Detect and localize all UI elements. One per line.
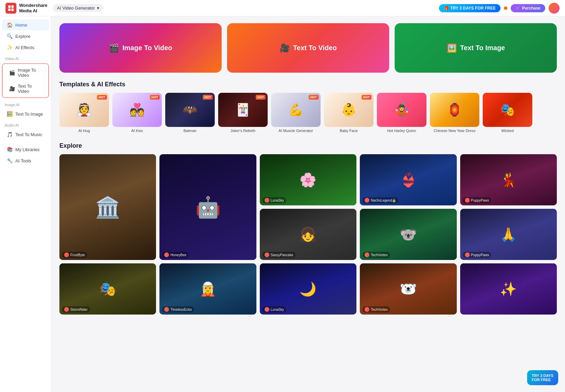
purchase-button[interactable]: 🛒 Purchase (511, 4, 545, 12)
template-img-hot-harley-quinn: 🤹 (377, 93, 426, 127)
card-username-lunasky: LunaSky (271, 199, 284, 202)
template-card-jokers-rebirth[interactable]: 🃏 HOT Joker's Rebirth (218, 93, 268, 133)
explore-card-sassypancake[interactable]: 👧 SassyPancake (260, 209, 356, 260)
sidebar-item-my-libraries[interactable]: 📚 My Libraries (2, 144, 49, 155)
explore-card-label-timelessecho: TimelessEcho (162, 306, 194, 313)
hero-label-tti: 🖼️ Text To Image (447, 43, 505, 53)
ai-effects-icon: ✨ (7, 45, 13, 50)
explore-icon: 🔍 (7, 33, 13, 39)
explore-card-label-lunasky2: LunaSky (263, 306, 286, 313)
template-name-chinese-new-year: Chinese New Year Dress (430, 129, 479, 133)
itv-icon: 🎬 (109, 43, 119, 53)
sidebar-item-text-to-music[interactable]: 🎵 Text To Music (2, 129, 49, 140)
sidebar-label-ai-effects: AI Effects (15, 45, 34, 50)
template-name-jokers-rebirth: Joker's Rebirth (218, 129, 268, 133)
svg-rect-2 (8, 9, 11, 11)
template-name-baby-face: Baby Face (324, 129, 373, 133)
template-img-baby-face: 👶 HOT (324, 93, 373, 127)
explore-card-lunasky2[interactable]: 🌙 LunaSky (260, 263, 356, 315)
template-card-ai-hug[interactable]: 👰 HOT AI Hug (59, 93, 109, 133)
sidebar-item-text-to-image[interactable]: 🖼️ Text To Image (2, 108, 49, 119)
template-card-baby-face[interactable]: 👶 HOT Baby Face (324, 93, 373, 133)
template-card-wicked[interactable]: 🎭 Wicked (483, 93, 532, 133)
sidebar-label-my-libraries: My Libraries (15, 147, 40, 152)
nav-generator-dropdown[interactable]: AI Video Generator ▾ (53, 4, 103, 12)
template-img-ai-kiss: 💑 HOT (112, 93, 162, 127)
explore-card-label-frostbyte: FrostByte (62, 252, 87, 258)
explore-card-label-stormrider2: StormRider (62, 306, 90, 313)
explore-card-techvortex[interactable]: 🐻‍❄️ TechVortex (360, 263, 456, 315)
topbar: Wondershare Media AI AI Video Generator … (0, 0, 565, 16)
sidebar-item-home[interactable]: 🏠 Home (2, 19, 49, 30)
template-img-chinese-new-year: 🏮 (430, 93, 479, 127)
templates-section-title: Templates & AI Effects (59, 81, 557, 88)
hot-badge: HOT (97, 95, 107, 100)
card-avatar (365, 198, 369, 203)
template-name-hot-harley-quinn: Hot Harley Quinn (377, 129, 426, 133)
card-username-lunasky2: LunaSky (271, 308, 284, 311)
card-username-puppypaws2: PuppyPaws (471, 253, 489, 257)
sidebar-group-video-ai: 🎬 Image To Video 🎥 Text To Video (2, 63, 49, 98)
topbar-right: 🎁 TRY 3 DAYS FOR FREE 🛒 Purchase (439, 3, 560, 14)
explore-card-label-sassypancake: SassyPancake (263, 252, 295, 258)
template-card-chinese-new-year[interactable]: 🏮 Chinese New Year Dress (430, 93, 479, 133)
explore-card-stormrider[interactable]: 🐨 TechVortex (360, 209, 456, 260)
card-username-frostbyte: FrostByte (70, 253, 85, 257)
templates-row: 👰 HOT AI Hug 💑 HOT AI Kiss 🦇 (59, 93, 557, 133)
hero-card-text-to-image[interactable]: 🖼️ Text To Image (395, 23, 557, 73)
card-avatar (265, 307, 269, 312)
explore-card-frostbyte[interactable]: 🏛️ FrostByte (59, 154, 156, 260)
hero-label-ttv: 🎥 Text To Video (280, 43, 337, 53)
sidebar-item-image-to-video[interactable]: 🎬 Image To Video (4, 65, 46, 81)
sidebar-label-text-to-music: Text To Music (15, 132, 42, 137)
sidebar-item-ai-tools[interactable]: 🔧 AI Tools (2, 155, 49, 166)
explore-card-label-stormrider: TechVortex (363, 252, 390, 258)
explore-card-honeybee[interactable]: 🤖 HoneyBee (159, 154, 256, 260)
trial-overlay-line1: TRY 3 DAYS (532, 374, 553, 378)
image-to-video-icon: 🎬 (9, 70, 15, 75)
template-card-ai-kiss[interactable]: 💑 HOT AI Kiss (112, 93, 162, 133)
sidebar-item-explore[interactable]: 🔍 Explore (2, 31, 49, 42)
user-avatar[interactable] (549, 3, 560, 14)
template-card-ai-muscle[interactable]: 💪 HOT AI Muscle Generator (271, 93, 321, 133)
explore-section: Explore 🏛️ FrostByte 🤖 (59, 142, 557, 315)
purchase-label: Purchase (522, 6, 540, 11)
hero-card-text-to-video[interactable]: 🎥 Text To Video (227, 23, 389, 73)
explore-card-extra1[interactable]: ✨ (460, 263, 557, 315)
nav-generator-label: AI Video Generator (57, 5, 95, 11)
explore-card-timelessecho[interactable]: 🧝 TimelessEcho (159, 263, 256, 315)
svg-rect-0 (8, 5, 11, 8)
topbar-left: Wondershare Media AI AI Video Generator … (5, 3, 103, 14)
notification-dot (504, 6, 507, 10)
hot-badge: HOT (150, 95, 160, 100)
sidebar-section-video-ai: Video AI (0, 53, 51, 62)
explore-card-puppypaws2[interactable]: 🙏 PuppyPaws (460, 209, 557, 260)
trial-button[interactable]: 🎁 TRY 3 DAYS FOR FREE (439, 4, 500, 12)
logo-area: Wondershare Media AI (5, 3, 47, 14)
sidebar-item-text-to-video[interactable]: 🎥 Text To Video (4, 81, 46, 97)
template-card-batman[interactable]: 🦇 HOT Batman (165, 93, 215, 133)
template-card-hot-harley-quinn[interactable]: 🤹 Hot Harley Quinn (377, 93, 426, 133)
main-layout: 🏠 Home 🔍 Explore ✨ AI Effects Video AI 🎬… (0, 16, 565, 392)
card-username-techvortex: TechVortex (371, 308, 387, 311)
svg-rect-3 (11, 9, 14, 11)
sidebar-item-ai-effects[interactable]: ✨ AI Effects (2, 42, 49, 53)
explore-section-title: Explore (59, 142, 557, 149)
chevron-down-icon: ▾ (97, 5, 99, 11)
templates-section: Templates & AI Effects 👰 HOT AI Hug 💑 HO… (59, 81, 557, 133)
card-avatar (465, 252, 470, 257)
template-name-ai-muscle: AI Muscle Generator (271, 129, 321, 133)
hero-card-image-to-video[interactable]: 🎬 Image To Video (59, 23, 222, 73)
my-libraries-icon: 📚 (7, 147, 13, 152)
text-to-video-icon: 🎥 (9, 86, 15, 91)
card-username-honeybee: HoneyBee (170, 253, 186, 257)
explore-card-nacholegend[interactable]: 👙 NachoLegend🔒 (360, 154, 456, 205)
explore-card-label-honeybee: HoneyBee (162, 252, 188, 258)
card-username-stormrider: TechVortex (371, 253, 387, 257)
explore-card-puppypaws[interactable]: 💃 PuppyPaws (460, 154, 557, 205)
trial-overlay[interactable]: TRY 3 DAYS FOR FREE (527, 370, 558, 385)
card-avatar (265, 252, 269, 257)
explore-card-lunasky[interactable]: 🌸 LunaSky (260, 154, 356, 205)
card-username-stormrider2: StormRider (70, 308, 88, 311)
explore-card-stormrider2[interactable]: 🎭 StormRider (59, 263, 156, 315)
